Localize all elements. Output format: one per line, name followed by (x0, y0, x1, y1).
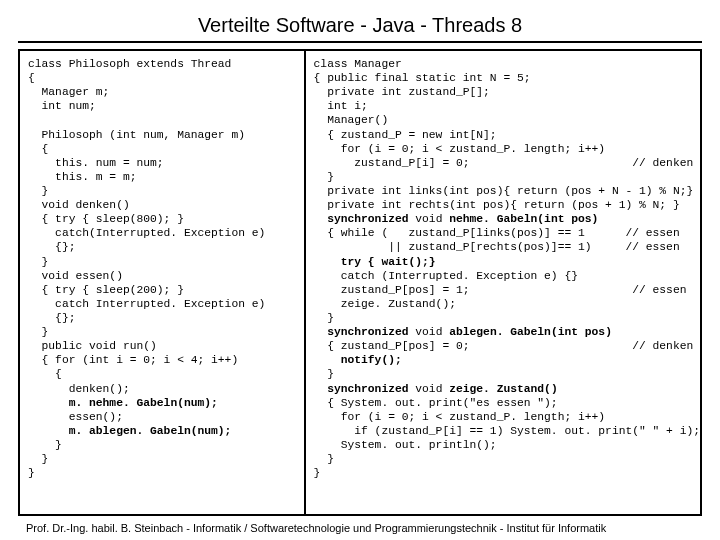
footer-text: Prof. Dr.-Ing. habil. B. Steinbach - Inf… (18, 522, 702, 534)
code-right: class Manager { public final static int … (314, 57, 692, 480)
code-box: class Philosoph extends Thread { Manager… (18, 49, 702, 516)
code-column-right: class Manager { public final static int … (306, 51, 700, 514)
title-rule (18, 41, 702, 43)
code-left: class Philosoph extends Thread { Manager… (28, 57, 296, 480)
code-column-left: class Philosoph extends Thread { Manager… (20, 51, 306, 514)
slide-title: Verteilte Software - Java - Threads 8 (18, 14, 702, 37)
slide: Verteilte Software - Java - Threads 8 cl… (0, 0, 720, 540)
